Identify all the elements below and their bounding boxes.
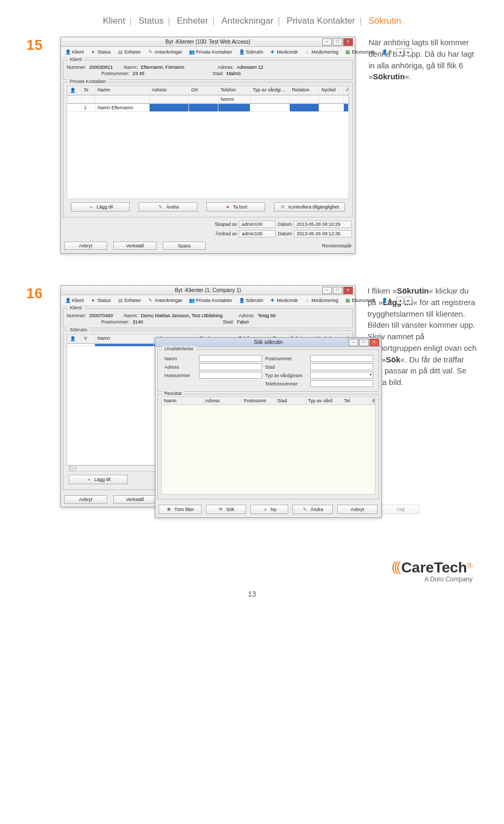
tab-more[interactable]: 👤B [380, 48, 393, 56]
label: Adress: [218, 65, 234, 70]
list-row[interactable]: 1 Namn Efternamn [67, 104, 349, 112]
value: 200030811 [89, 65, 121, 70]
step-number: 16 [26, 285, 47, 302]
group-urvalskriterier: Urvalskriterier Namn Postnummer Adress S… [158, 349, 379, 392]
tab-medicinering[interactable]: ⌂Medicinering [302, 48, 340, 56]
edit-button[interactable]: ✎Ändra [292, 505, 333, 514]
cancel-button[interactable]: Avbryt [64, 495, 107, 504]
group-resultat: Resultat Namn Adress Postnumm Stad Typ a… [158, 394, 379, 499]
scroll-right-button[interactable]: ▸ [405, 297, 412, 304]
tab-klient[interactable]: 👤Klient [63, 48, 86, 56]
tab-privata-kontakter[interactable]: 👥Privata Kontakter [187, 297, 234, 304]
label: Postnummer: [101, 71, 130, 76]
user-icon: 👤 [381, 297, 387, 304]
crumb: Enheter [175, 16, 211, 26]
typ-select[interactable] [310, 372, 373, 379]
medical-icon: ✚ [269, 49, 276, 55]
status-icon: ● [90, 49, 97, 55]
window-title: Byt -Klienter (1: Company 1) – □ x [61, 286, 355, 295]
maximize-button[interactable]: □ [333, 38, 342, 46]
search-routine-icon: 👤 [238, 297, 245, 304]
check-availability-button[interactable]: ⟳Kontrollera tillgänglighet [274, 202, 344, 212]
group-klient: Klient Nummer: 200070480 Namn: Demo Matt… [63, 308, 353, 328]
close-button[interactable]: x [370, 339, 379, 346]
cancel-button[interactable]: Avbryt [337, 505, 377, 514]
husnummer-input[interactable] [199, 372, 262, 379]
contacts-icon: 👥 [188, 297, 195, 304]
tab-more[interactable]: 👤B [380, 297, 393, 304]
namn-input[interactable] [199, 355, 262, 362]
list-header: 👤 Sr Namn Adress Ort Telefon Typ av vård… [67, 86, 349, 95]
tab-klient[interactable]: 👤Klient [63, 297, 86, 304]
tab-status[interactable]: ●Status [89, 48, 113, 56]
add-button[interactable]: ＋Lägg till [71, 202, 130, 212]
close-button[interactable]: x [343, 287, 353, 294]
tab-medicinsk[interactable]: ✚Medicinsk [268, 297, 299, 304]
add-button[interactable]: ＋Lägg till [69, 475, 128, 484]
minimize-button[interactable]: – [322, 38, 332, 46]
apply-button[interactable]: Verkställ [113, 242, 156, 250]
tab-privata-kontakter[interactable]: 👥Privata Kontakter [187, 48, 234, 56]
tab-sokrutin[interactable]: 👤Sökrutin [237, 48, 265, 56]
maximize-button[interactable]: □ [333, 287, 342, 294]
step-description: När anhörig lagts till kommer denna bild… [369, 37, 478, 82]
device-icon: ▤ [117, 297, 123, 304]
list-area[interactable]: 1 Namn Efternamn [67, 103, 349, 199]
economy-icon: ▦ [344, 297, 351, 304]
tab-medicinsk[interactable]: ✚Medicinsk [268, 48, 299, 56]
edit-button[interactable]: ✎Ändra [139, 202, 197, 212]
plus-icon: ＋ [262, 506, 269, 513]
cancel-button[interactable]: Avbryt [64, 242, 107, 250]
tab-anteckningar[interactable]: ✎Anteckningar [146, 48, 184, 56]
tab-ekonomisk[interactable]: ▦Ekonomisk [343, 297, 376, 304]
search-button[interactable]: 👁Sök [206, 505, 246, 514]
tab-enheter[interactable]: ▤Enheter [116, 297, 143, 304]
minimize-button[interactable]: – [349, 339, 358, 346]
minimize-button[interactable]: – [322, 287, 332, 294]
scroll-right-button[interactable]: ▸ [405, 48, 412, 56]
crumb: Privata Kontakter [285, 16, 357, 26]
tab-sokrutin[interactable]: 👤Sökrutin [237, 297, 265, 304]
scroll-left-button[interactable]: ◂ [396, 297, 404, 304]
group-privata-kontakter: Privata Kontakter 👤 Sr Namn Adress Ort T… [63, 82, 353, 217]
medication-icon: ⌂ [304, 49, 310, 55]
value: 23 45 [133, 71, 164, 76]
apply-button[interactable]: Verkställ [113, 495, 156, 504]
close-button[interactable]: x [343, 38, 353, 46]
tab-anteckningar[interactable]: ✎Anteckningar [146, 297, 184, 304]
revision-link[interactable]: Revisionsspår [322, 243, 352, 248]
economy-icon: ▦ [344, 49, 351, 55]
result-area[interactable] [161, 405, 375, 495]
group-klient: Klient Nummer: 200030811 Namn: Efternamn… [63, 60, 353, 80]
check-icon: ⟳ [280, 204, 286, 210]
scroll-left-button[interactable]: ◂ [396, 48, 404, 56]
new-button[interactable]: ＋Ny [250, 505, 288, 514]
user-icon: 👤 [65, 49, 71, 55]
tab-enheter[interactable]: ▤Enheter [116, 48, 143, 56]
adress-input[interactable] [199, 363, 262, 370]
edit-icon: ✎ [158, 204, 164, 210]
user-icon: 👤 [65, 297, 71, 304]
crumb: Anteckningar [219, 16, 276, 26]
tab-medicinering[interactable]: ⌂Medicinering [302, 297, 340, 304]
clear-filter-button[interactable]: ✖Töm filter [159, 505, 202, 514]
label: Stad: [213, 71, 224, 76]
telefonnummer-input[interactable] [310, 380, 373, 387]
select-button[interactable]: Välj [382, 505, 419, 514]
postnummer-input[interactable] [310, 355, 373, 362]
status-icon: ● [90, 297, 97, 304]
medical-icon: ✚ [269, 297, 276, 304]
result-header: Namn Adress Postnumm Stad Typ av vård Te… [161, 397, 375, 405]
tab-status[interactable]: ●Status [89, 297, 113, 304]
toolbar: 👤Klient ●Status ▤Enheter ✎Anteckningar 👥… [61, 295, 355, 306]
save-button[interactable]: Spara [163, 242, 206, 250]
delete-button[interactable]: ●Ta bort [206, 202, 265, 212]
stad-input[interactable] [310, 363, 373, 370]
edit-icon: ✎ [302, 506, 308, 513]
tab-ekonomisk[interactable]: ▦Ekonomisk [343, 48, 376, 56]
medication-icon: ⌂ [304, 297, 310, 304]
page-number: 13 [248, 590, 256, 598]
contacts-icon: 👥 [188, 49, 195, 55]
maximize-button[interactable]: □ [359, 339, 369, 346]
crumb: Klient [101, 16, 128, 26]
